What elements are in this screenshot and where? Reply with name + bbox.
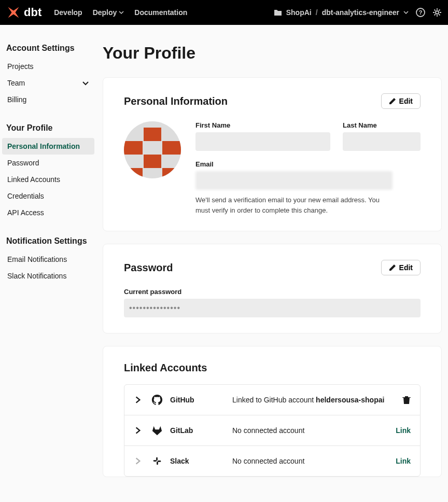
project-breadcrumb[interactable]: ShopAi / dbt-analytics-engineer <box>274 8 409 17</box>
first-name-label: First Name <box>195 121 330 129</box>
linked-accounts-card: Linked Accounts GitHub Linked to GitHub … <box>103 346 442 477</box>
main-content: Your Profile Personal Information Edit <box>103 40 442 490</box>
brand-text: dbt <box>24 6 41 19</box>
email-field[interactable] <box>195 171 393 190</box>
current-password-field[interactable] <box>124 299 421 317</box>
sidebar-item-credentials[interactable]: Credentials <box>2 188 94 204</box>
sidebar-item-linked-accounts[interactable]: Linked Accounts <box>2 171 94 188</box>
dbt-logo-icon <box>6 5 21 20</box>
sidebar: Account Settings Projects Team Billing Y… <box>6 40 94 490</box>
sidebar-item-projects[interactable]: Projects <box>2 58 94 75</box>
gitlab-label: GitLab <box>170 426 232 435</box>
linked-account-github: GitHub Linked to GitHub account helderso… <box>124 385 420 415</box>
svg-rect-3 <box>153 460 157 462</box>
sidebar-item-email-notifications[interactable]: Email Notifications <box>2 251 94 268</box>
nav-deploy[interactable]: Deploy <box>93 8 124 17</box>
trash-icon[interactable] <box>402 395 411 405</box>
email-label: Email <box>195 160 393 168</box>
project-name: dbt-analytics-engineer <box>322 8 399 17</box>
chevron-down-icon <box>82 79 89 87</box>
help-icon[interactable]: ? <box>416 8 425 17</box>
sidebar-heading-notifications: Notification Settings <box>6 233 94 249</box>
breadcrumb-separator: / <box>316 8 318 17</box>
slack-icon <box>151 455 163 467</box>
linked-account-slack: Slack No connected account Link <box>124 446 420 476</box>
linked-accounts-list: GitHub Linked to GitHub account helderso… <box>124 384 421 477</box>
linked-accounts-heading: Linked Accounts <box>124 362 421 374</box>
slack-status: No connected account <box>232 457 396 465</box>
personal-info-heading: Personal Information <box>124 95 228 107</box>
personal-info-card: Personal Information Edit <box>103 77 442 231</box>
sidebar-item-api-access[interactable]: API Access <box>2 204 94 221</box>
sidebar-item-personal-information[interactable]: Personal Information <box>2 138 94 155</box>
password-card: Password Edit Current password <box>103 244 442 333</box>
sidebar-item-slack-notifications[interactable]: Slack Notifications <box>2 268 94 284</box>
github-label: GitHub <box>170 396 232 404</box>
chevron-down-icon <box>403 10 409 15</box>
pencil-icon <box>389 264 396 271</box>
github-status: Linked to GitHub account heldersousa-sho… <box>232 396 402 404</box>
svg-rect-6 <box>157 462 158 465</box>
pencil-icon <box>389 97 396 105</box>
svg-text:?: ? <box>419 9 423 16</box>
svg-rect-4 <box>158 461 161 462</box>
nav-develop[interactable]: Develop <box>54 8 82 17</box>
slack-label: Slack <box>170 457 232 465</box>
svg-point-2 <box>436 11 439 14</box>
folder-icon <box>274 9 282 16</box>
svg-rect-5 <box>156 457 158 461</box>
avatar <box>124 121 181 178</box>
nav-documentation[interactable]: Documentation <box>134 8 187 17</box>
current-password-label: Current password <box>124 288 421 296</box>
first-name-field[interactable] <box>195 132 330 151</box>
dbt-logo[interactable]: dbt <box>6 5 41 20</box>
page-title: Your Profile <box>103 44 442 63</box>
chevron-right-icon[interactable] <box>134 426 142 435</box>
gitlab-status: No connected account <box>232 426 396 435</box>
email-help-text: We'll send a verification email to your … <box>195 195 393 215</box>
github-icon <box>151 394 163 406</box>
sidebar-heading-profile: Your Profile <box>6 120 94 136</box>
last-name-label: Last Name <box>343 121 421 129</box>
sidebar-item-team[interactable]: Team <box>2 75 94 91</box>
project-folder: ShopAi <box>286 8 312 17</box>
gear-icon[interactable] <box>432 8 442 17</box>
sidebar-item-billing[interactable]: Billing <box>2 91 94 108</box>
gitlab-icon <box>151 425 163 436</box>
top-navbar: dbt Develop Deploy Documentation ShopAi … <box>0 0 448 25</box>
last-name-field[interactable] <box>343 132 421 151</box>
edit-password-button[interactable]: Edit <box>381 260 421 275</box>
chevron-down-icon <box>119 10 124 15</box>
password-heading: Password <box>124 262 173 274</box>
sidebar-heading-account: Account Settings <box>6 40 94 56</box>
edit-personal-info-button[interactable]: Edit <box>381 93 421 109</box>
slack-link-button[interactable]: Link <box>396 457 411 465</box>
chevron-right-icon <box>134 457 142 465</box>
gitlab-link-button[interactable]: Link <box>396 426 411 435</box>
chevron-right-icon[interactable] <box>134 396 142 404</box>
linked-account-gitlab: GitLab No connected account Link <box>124 415 420 446</box>
sidebar-item-password[interactable]: Password <box>2 155 94 171</box>
